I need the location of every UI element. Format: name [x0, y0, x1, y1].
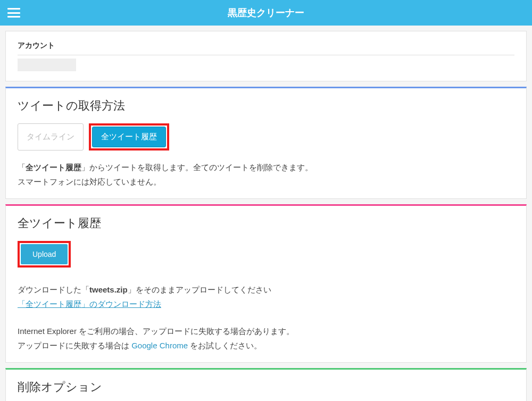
app-header: 黒歴史クリーナー [0, 0, 532, 26]
download-guide-link[interactable]: 「全ツイート履歴」のダウンロード方法 [18, 299, 161, 308]
upload-button[interactable]: Upload [21, 244, 68, 264]
fetch-method-title: ツイートの取得方法 [18, 98, 514, 114]
tab-all-history[interactable]: 全ツイート履歴 [92, 127, 166, 147]
all-history-title: 全ツイート履歴 [18, 215, 514, 231]
chrome-link[interactable]: Google Chrome [131, 341, 188, 350]
fetch-method-desc2: スマートフォンには対応していません。 [18, 174, 514, 189]
account-panel: アカウント [5, 31, 527, 81]
delete-options-title: 削除オプション [18, 379, 514, 395]
ie-note: Internet Explorer をご利用の場合、アップロードに失敗する場合が… [18, 324, 514, 338]
delete-options-panel: 削除オプション リプライを保護 [5, 368, 527, 401]
fetch-method-desc1: 「全ツイート履歴」からツイートを取得します。全てのツイートを削除できます。 [18, 160, 514, 174]
tab-timeline[interactable]: タイムライン [18, 123, 84, 151]
chrome-note: アップロードに失敗する場合は Google Chrome をお試しください。 [18, 338, 514, 353]
fetch-method-tabs: タイムライン 全ツイート履歴 [18, 123, 514, 151]
account-label: アカウント [18, 41, 514, 55]
account-placeholder [18, 59, 76, 71]
highlight-all-history-tab: 全ツイート履歴 [89, 123, 169, 151]
all-history-panel: 全ツイート履歴 Upload ダウンロードした「tweets.zip」をそのまま… [5, 204, 527, 363]
fetch-method-panel: ツイートの取得方法 タイムライン 全ツイート履歴 「全ツイート履歴」からツイート… [5, 87, 527, 199]
download-link-row: 「全ツイート履歴」のダウンロード方法 [18, 297, 514, 311]
hamburger-menu-icon[interactable] [7, 8, 20, 18]
app-title: 黒歴史クリーナー [228, 6, 304, 19]
highlight-upload-button: Upload [18, 241, 71, 268]
upload-desc: ダウンロードした「tweets.zip」をそのままアップロードしてください [18, 282, 514, 297]
